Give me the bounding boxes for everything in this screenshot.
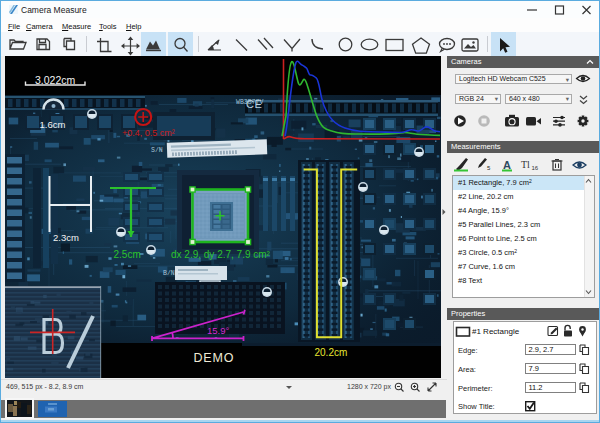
svg-text:dx 2.9, dy 2.7, 7.9 cm²: dx 2.9, dy 2.7, 7.9 cm²: [171, 249, 271, 260]
svg-text:1.6cm: 1.6cm: [40, 119, 66, 130]
svg-text:CE: CE: [246, 98, 262, 110]
svg-text:16: 16: [532, 165, 539, 171]
svg-text:B/N: B/N: [163, 270, 175, 277]
svg-text:Tl: Tl: [521, 159, 530, 170]
svg-text:S/N: S/N: [151, 147, 163, 154]
svg-text:5: 5: [487, 165, 491, 171]
svg-text:3.022cm: 3.022cm: [35, 74, 76, 86]
svg-text:DEMO: DEMO: [194, 351, 235, 365]
svg-text:2.3cm: 2.3cm: [53, 232, 79, 243]
svg-text:20.2cm: 20.2cm: [315, 347, 348, 358]
svg-text:A: A: [503, 158, 511, 170]
svg-text:2.5cm: 2.5cm: [114, 249, 141, 260]
svg-text:15.9°: 15.9°: [207, 325, 229, 336]
svg-text:+0.4, 0.5 cm²: +0.4, 0.5 cm²: [122, 128, 175, 138]
